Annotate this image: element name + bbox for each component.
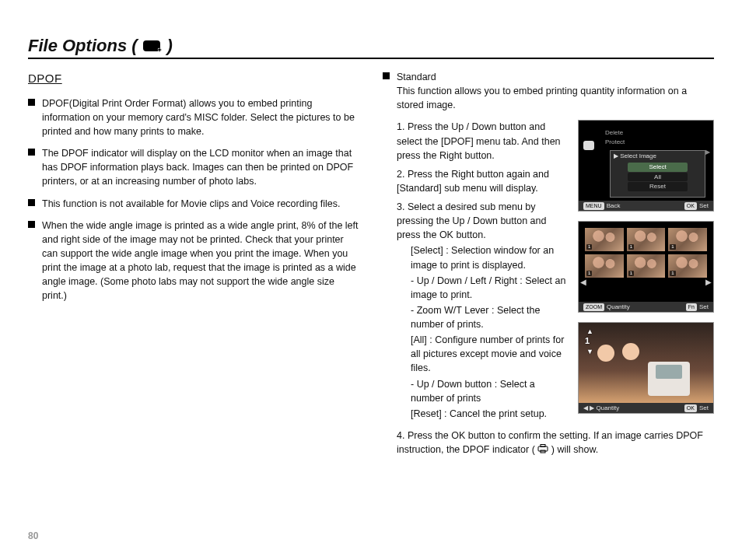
bar-quantity: Quantity: [607, 303, 630, 311]
popup-option-select: Select: [628, 163, 688, 172]
thumb-tag: 1: [670, 271, 675, 276]
right-intro-item: Standard This function allows you to emb…: [383, 70, 714, 112]
right-intro-text: This function allows you to embed printi…: [397, 86, 687, 110]
step-3-select: [Select] : Selection window for an image…: [411, 243, 569, 271]
step-4-b: ) will show.: [551, 444, 598, 455]
menu-arrow-icon: ▶: [705, 149, 710, 156]
bar-back: Back: [607, 202, 621, 210]
left-bullet-3: This function is not available for Movie…: [28, 197, 359, 211]
bar-set: Set: [699, 303, 709, 311]
steps-cont: 4. Press the OK button to confirm the se…: [383, 429, 714, 457]
photo-preview: [579, 323, 713, 403]
thumb-tag: 1: [586, 244, 592, 250]
lcd-screenshot-grid: 1 1 1 1 1 1 ◀ ▶ ZOOM Quantity: [578, 221, 714, 313]
thumb: 1: [585, 254, 624, 278]
bar-ok-key: OK: [684, 404, 697, 412]
lcd-screenshot-menu: Delete Protect ▶ ▶ Select Image Select A…: [578, 120, 714, 212]
screenshots: Delete Protect ▶ ▶ Select Image Select A…: [578, 120, 714, 414]
left-bullets: DPOF(Digital Print Order Format) allows …: [28, 96, 359, 303]
tab-icon: [583, 141, 594, 150]
step-1: 1. Press the Up / Down button and select…: [394, 120, 569, 162]
thumb: 1: [585, 228, 624, 251]
right-intro-head: Standard: [397, 70, 714, 84]
popup-arrow-icon: ▶: [614, 152, 620, 159]
bar-zoom-key: ZOOM: [583, 303, 604, 311]
arrow-left-icon: ◀: [580, 278, 586, 287]
right-intro: Standard This function allows you to emb…: [383, 70, 714, 112]
left-bullet-2: The DPOF indicator will display on the L…: [28, 146, 359, 188]
paren-close: ): [166, 36, 172, 56]
left-bullet-1: DPOF(Digital Print Order Format) allows …: [28, 96, 359, 138]
thumb-tag: 1: [586, 271, 592, 276]
step-3: 3. Select a desired sub menu by pressing…: [394, 200, 569, 421]
arrow-up-icon: ▲: [586, 327, 593, 336]
step-4: 4. Press the OK button to confirm the se…: [394, 429, 714, 457]
page-number: 80: [28, 530, 38, 541]
bar-set: Set: [699, 202, 709, 210]
file-options-icon: [143, 40, 160, 51]
svg-rect-1: [541, 444, 545, 446]
menu-delete: Delete: [605, 128, 625, 138]
page-title: File Options ( ): [28, 36, 714, 59]
step-3-lead: 3. Select a desired sub menu by pressing…: [397, 201, 546, 240]
paren-open: (: [131, 36, 137, 56]
popup-option-all: All: [628, 173, 688, 182]
menu-protect: Protect: [605, 138, 625, 147]
bar-quantity: Quantity: [596, 404, 619, 412]
lcd-screenshot-single: ▲ 1 ▼ ◀ ▶ Quantity OK Set: [578, 322, 714, 414]
bar-lr-icon: ◀ ▶: [583, 404, 594, 412]
step-2: 2. Press the Right button again and [Sta…: [394, 167, 569, 195]
steps: 1. Press the Up / Down button and select…: [383, 120, 569, 421]
popup-option-reset: Reset: [628, 182, 688, 191]
title-text: File Options: [28, 36, 127, 56]
step-3-all-a: - Up / Down button : Select a number of …: [411, 377, 569, 405]
section-heading: DPOF: [28, 70, 359, 87]
thumb: 1: [668, 254, 707, 278]
thumb: 1: [627, 254, 666, 278]
bar-menu-key: MENU: [583, 202, 604, 210]
step-3-select-b: - Zoom W/T Lever : Select the number of …: [411, 303, 569, 331]
thumb: 1: [668, 228, 707, 251]
thumb-tag: 1: [670, 244, 675, 250]
thumb-tag: 1: [628, 271, 634, 276]
arrow-down-icon: ▼: [586, 348, 593, 356]
step-3-all: [All] : Configure number of prints for a…: [411, 333, 569, 375]
select-image-popup: ▶ Select Image Select All Reset: [610, 150, 705, 197]
bar-ok-key: OK: [684, 202, 697, 210]
photo-printer: [648, 362, 690, 396]
bar-fn-key: Fn: [686, 303, 697, 311]
popup-title: Select Image: [620, 152, 656, 159]
dpof-indicator-icon: [537, 443, 548, 457]
thumb-tag: 1: [628, 244, 634, 250]
thumb: 1: [627, 228, 666, 251]
print-count: 1: [585, 336, 593, 346]
step-3-select-a: - Up / Down / Left / Right : Select an i…: [411, 274, 569, 302]
step-4-a: 4. Press the OK button to confirm the se…: [397, 430, 703, 455]
bar-set: Set: [699, 404, 709, 412]
arrow-right-icon: ▶: [705, 278, 712, 287]
step-3-reset: [Reset] : Cancel the print setup.: [411, 407, 569, 421]
left-bullet-4: When the wide angle image is printed as …: [28, 219, 359, 303]
